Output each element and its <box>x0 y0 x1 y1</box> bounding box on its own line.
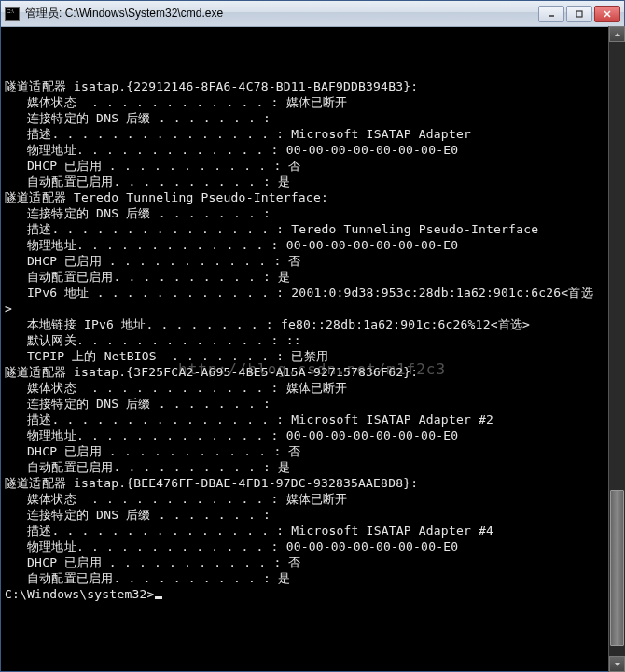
close-button[interactable] <box>594 6 620 22</box>
minimize-button[interactable] <box>538 6 564 22</box>
adapter-header: 隧道适配器 isatap.{22912146-8FA6-4C78-BD11-BA… <box>5 78 620 94</box>
adapter-row: 自动配置已启用. . . . . . . . . . : 是 <box>5 570 620 586</box>
adapter-row: 连接特定的 DNS 后缀 . . . . . . . : <box>5 396 620 412</box>
adapter-row: 连接特定的 DNS 后缀 . . . . . . . : <box>5 110 620 126</box>
prompt-line[interactable]: C:\Windows\system32> <box>5 586 620 602</box>
adapter-row: TCPIP 上的 NetBIOS . . . . . . . : 已禁用 <box>5 348 620 364</box>
adapter-row: DHCP 已启用 . . . . . . . . . . . : 否 <box>5 554 620 570</box>
adapter-row: 媒体状态 . . . . . . . . . . . . : 媒体已断开 <box>5 94 620 110</box>
adapter-row: 描述. . . . . . . . . . . . . . . : Micros… <box>5 126 620 142</box>
scrollbar[interactable] <box>608 26 625 672</box>
scroll-up-button[interactable] <box>609 26 625 42</box>
adapter-header: 隧道适配器 isatap.{3F25FCA2-A695-4BE5-A15A-92… <box>5 364 620 380</box>
adapter-header: 隧道适配器 isatap.{BEE476FF-DBAE-4FD1-97DC-93… <box>5 475 620 491</box>
adapter-row: 连接特定的 DNS 后缀 . . . . . . . : <box>5 205 620 221</box>
adapter-row: DHCP 已启用 . . . . . . . . . . . : 否 <box>5 443 620 459</box>
adapter-row: DHCP 已启用 . . . . . . . . . . . : 否 <box>5 253 620 269</box>
cmd-window: 管理员: C:\Windows\System32\cmd.exe 隧道适配器 i… <box>0 0 625 672</box>
svg-rect-1 <box>576 11 582 17</box>
maximize-button[interactable] <box>566 6 592 22</box>
adapter-row: 默认网关. . . . . . . . . . . . . : :: <box>5 332 620 348</box>
adapter-row: 描述. . . . . . . . . . . . . . . : Micros… <box>5 523 620 539</box>
adapter-row: 物理地址. . . . . . . . . . . . . : 00-00-00… <box>5 142 620 158</box>
adapter-row: IPv6 地址 . . . . . . . . . . . . : 2001:0… <box>5 285 620 301</box>
scroll-down-button[interactable] <box>609 656 625 672</box>
adapter-row: 本地链接 IPv6 地址. . . . . . . . : fe80::28db… <box>5 316 620 332</box>
scroll-track[interactable] <box>609 42 625 656</box>
adapter-row: DHCP 已启用 . . . . . . . . . . . : 否 <box>5 158 620 174</box>
adapter-row: 自动配置已启用. . . . . . . . . . : 是 <box>5 174 620 189</box>
adapter-row-wrap: > <box>5 301 620 316</box>
window-controls <box>538 6 620 22</box>
adapter-row: 描述. . . . . . . . . . . . . . . : Teredo… <box>5 221 620 237</box>
adapter-row: 自动配置已启用. . . . . . . . . . : 是 <box>5 459 620 475</box>
adapter-header: 隧道适配器 Teredo Tunneling Pseudo-Interface: <box>5 189 620 205</box>
window-title: 管理员: C:\Windows\System32\cmd.exe <box>25 6 538 21</box>
adapter-row: 自动配置已启用. . . . . . . . . . : 是 <box>5 269 620 285</box>
adapter-row: 物理地址. . . . . . . . . . . . . : 00-00-00… <box>5 427 620 443</box>
cmd-icon <box>5 7 20 21</box>
terminal-output[interactable]: 隧道适配器 isatap.{22912146-8FA6-4C78-BD11-BA… <box>1 27 624 671</box>
svg-marker-5 <box>615 663 620 666</box>
adapter-row: 描述. . . . . . . . . . . . . . . : Micros… <box>5 412 620 427</box>
adapter-row: 媒体状态 . . . . . . . . . . . . : 媒体已断开 <box>5 380 620 396</box>
cursor <box>155 596 162 599</box>
svg-marker-4 <box>615 33 620 36</box>
adapter-row: 连接特定的 DNS 后缀 . . . . . . . : <box>5 507 620 523</box>
adapter-row: 媒体状态 . . . . . . . . . . . . : 媒体已断开 <box>5 491 620 507</box>
adapter-row: 物理地址. . . . . . . . . . . . . : 00-00-00… <box>5 539 620 554</box>
scroll-thumb[interactable] <box>610 490 624 646</box>
titlebar[interactable]: 管理员: C:\Windows\System32\cmd.exe <box>1 1 624 27</box>
adapter-row: 物理地址. . . . . . . . . . . . . : 00-00-00… <box>5 237 620 253</box>
